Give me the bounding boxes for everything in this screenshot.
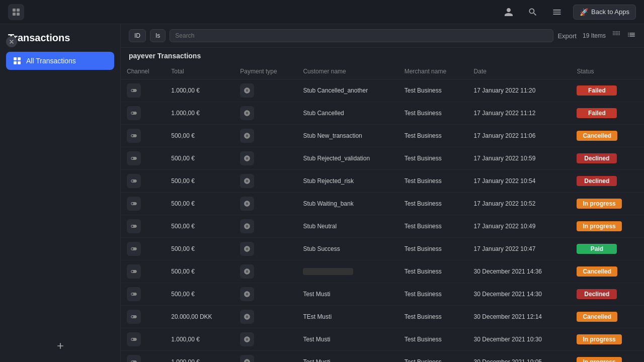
channel-icon: [127, 332, 141, 346]
cell-date: 30 December 2021 10:30: [468, 328, 571, 351]
channel-icon: [127, 310, 141, 324]
cell-date: 17 January 2022 10:52: [468, 193, 571, 215]
filter-bar: ID Is Export 19 Items: [121, 24, 644, 48]
cell-total: 500,00 €: [165, 170, 234, 193]
payment-icon: [240, 174, 254, 188]
cell-merchant-name: Test Business: [398, 351, 468, 363]
person-icon[interactable]: [501, 4, 517, 20]
status-badge: Cancelled: [577, 131, 617, 141]
search-input[interactable]: [170, 29, 553, 42]
table-row[interactable]: 1.000,00 € Test MustiTest Business30 Dec…: [121, 351, 644, 363]
cell-payment-type: [234, 238, 297, 260]
cell-channel: [121, 238, 165, 260]
cell-merchant-name: Test Business: [398, 147, 468, 170]
column-payment-type: Payment type: [234, 64, 297, 79]
cell-date: 17 January 2022 10:54: [468, 170, 571, 193]
svg-rect-5: [18, 57, 21, 60]
cell-date: 30 December 2021 10:05: [468, 351, 571, 363]
channel-icon: [127, 264, 141, 279]
channel-icon: [127, 197, 141, 211]
table-area: Channel Total Payment type Customer name…: [121, 64, 644, 362]
svg-rect-2: [13, 13, 16, 16]
cell-customer-name: [297, 260, 398, 283]
cell-total: 500,00 €: [165, 260, 234, 283]
table-row[interactable]: 500,00 € Test MustiTest Business30 Decem…: [121, 283, 644, 306]
table-row[interactable]: 500,00 € Stub New_transactionTest Busine…: [121, 125, 644, 147]
channel-icon: [127, 83, 141, 98]
is-filter-chip[interactable]: Is: [150, 29, 166, 42]
cell-status: Cancelled: [571, 125, 644, 147]
sidebar-item-all-transactions[interactable]: All Transactions: [6, 52, 114, 70]
table-row[interactable]: 500,00 € Stub Rejected_riskTest Business…: [121, 170, 644, 193]
payment-icon: [240, 219, 254, 233]
table-row[interactable]: 1.000,00 € Stub CancelledTest Business17…: [121, 102, 644, 125]
column-merchant-name: Merchant name: [398, 64, 468, 79]
cell-date: 30 December 2021 14:36: [468, 260, 571, 283]
table-row[interactable]: 20.000,00 DKK TEst MustiTest Business30 …: [121, 306, 644, 328]
status-badge: In progress: [577, 334, 621, 344]
table-row[interactable]: 500,00 € Stub SuccessTest Business17 Jan…: [121, 238, 644, 260]
cell-payment-type: [234, 79, 297, 102]
channel-icon: [127, 106, 141, 120]
payment-icon: [240, 264, 254, 279]
svg-rect-3: [17, 13, 20, 16]
cell-date: 17 January 2022 11:20: [468, 79, 571, 102]
table-row[interactable]: 500,00 € Stub Rejected_validationTest Bu…: [121, 147, 644, 170]
payment-icon: [240, 106, 254, 120]
status-badge: Failed: [577, 108, 617, 118]
main-content: ID Is Export 19 Items payever Transactio…: [121, 24, 644, 362]
cell-customer-name: Stub Rejected_risk: [297, 170, 398, 193]
table-header-row: Channel Total Payment type Customer name…: [121, 64, 644, 79]
payment-icon: [240, 83, 254, 98]
back-to-apps-button[interactable]: 🚀 Back to Apps: [573, 5, 636, 20]
id-filter-chip[interactable]: ID: [129, 29, 146, 42]
cell-status: Cancelled: [571, 306, 644, 328]
sidebar: Transactions All Transactions: [0, 24, 121, 362]
status-badge: In progress: [577, 199, 621, 209]
cell-status: Cancelled: [571, 260, 644, 283]
grid-view-icon[interactable]: [612, 30, 621, 41]
sidebar-close-button[interactable]: [6, 36, 17, 47]
cell-merchant-name: Test Business: [398, 306, 468, 328]
cell-status: Failed: [571, 102, 644, 125]
payment-icon: [240, 287, 254, 301]
list-view-icon[interactable]: [627, 30, 636, 41]
cell-customer-name: Stub Neutral: [297, 215, 398, 238]
export-button[interactable]: Export: [557, 32, 577, 40]
channel-icon: [127, 287, 141, 301]
table-row[interactable]: 1.000,00 € Stub Cancelled_anotherTest Bu…: [121, 79, 644, 102]
cell-channel: [121, 328, 165, 351]
cell-merchant-name: Test Business: [398, 283, 468, 306]
status-badge: In progress: [577, 357, 621, 362]
app-logo[interactable]: [8, 4, 24, 20]
channel-icon: [127, 129, 141, 143]
cell-payment-type: [234, 170, 297, 193]
cell-merchant-name: Test Business: [398, 238, 468, 260]
menu-icon[interactable]: [549, 4, 565, 20]
cell-total: 500,00 €: [165, 125, 234, 147]
cell-total: 500,00 €: [165, 238, 234, 260]
table-row[interactable]: 500,00 € Stub NeutralTest Business17 Jan…: [121, 215, 644, 238]
payment-icon: [240, 332, 254, 346]
status-badge: Failed: [577, 85, 617, 96]
table-row[interactable]: 1.000,00 € Test MustiTest Business30 Dec…: [121, 328, 644, 351]
cell-channel: [121, 79, 165, 102]
cell-channel: [121, 102, 165, 125]
cell-customer-name: Test Musti: [297, 351, 398, 363]
search-icon[interactable]: [525, 4, 541, 20]
cell-status: Paid: [571, 238, 644, 260]
table-row[interactable]: 500,00 € Stub Waiting_bankTest Business1…: [121, 193, 644, 215]
status-badge: Cancelled: [577, 312, 617, 322]
channel-icon: [127, 219, 141, 233]
svg-rect-7: [18, 61, 21, 64]
cell-date: 17 January 2022 10:47: [468, 238, 571, 260]
cell-customer-name: Test Musti: [297, 328, 398, 351]
cell-customer-name: Stub New_transaction: [297, 125, 398, 147]
column-total: Total: [165, 64, 234, 79]
id-filter-label: ID: [134, 32, 140, 39]
add-button[interactable]: [52, 338, 68, 354]
cell-channel: [121, 283, 165, 306]
cell-channel: [121, 306, 165, 328]
payment-icon: [240, 197, 254, 211]
table-row[interactable]: 500,00 € Test Business30 December 2021 1…: [121, 260, 644, 283]
